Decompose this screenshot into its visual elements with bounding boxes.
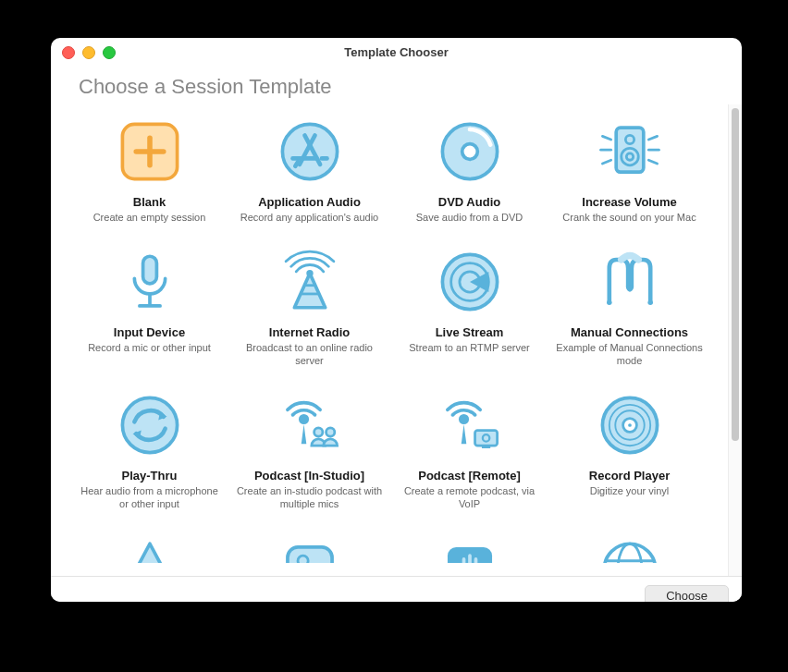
template-desc: Record a mic or other input: [88, 342, 211, 355]
templates-grid: Blank Create an empty session Applicatio…: [73, 114, 706, 576]
template-title: Application Audio: [258, 195, 361, 210]
template-increase-volume[interactable]: Increase Volume Crank the sound on your …: [553, 114, 706, 227]
system-audio-icon: [276, 535, 344, 563]
template-desc: Create an in-studio podcast with multipl…: [236, 485, 384, 511]
template-title: Input Device: [114, 325, 185, 340]
bottom-bar: Choose: [51, 576, 742, 602]
template-partial-0[interactable]: [73, 531, 226, 576]
disc-icon: [436, 117, 504, 186]
soundboard-icon: [116, 535, 184, 563]
page-title: Choose a Session Template: [51, 66, 742, 104]
template-desc: Record any application's audio: [240, 212, 378, 225]
template-title: Blank: [133, 195, 166, 210]
manual-icon: [596, 248, 664, 316]
radio-tower-icon: [276, 248, 344, 316]
template-internet-radio[interactable]: Internet Radio Broadcast to an online ra…: [233, 244, 386, 371]
titlebar: Template Chooser: [51, 38, 742, 66]
podcast-studio-icon: [276, 391, 344, 459]
template-record-player[interactable]: Record Player Digitize your vinyl: [553, 387, 706, 514]
template-desc: Example of Manual Connections mode: [556, 342, 704, 368]
template-title: Podcast [In-Studio]: [254, 469, 364, 483]
templates-scroll-area: Blank Create an empty session Applicatio…: [51, 104, 728, 576]
vinyl-icon: [596, 391, 664, 459]
close-icon[interactable]: [62, 46, 75, 59]
template-podcast-remote[interactable]: Podcast [Remote] Create a remote podcast…: [393, 387, 546, 514]
template-partial-2[interactable]: [393, 531, 546, 576]
web-icon: [596, 535, 664, 563]
template-title: Live Stream: [436, 325, 504, 340]
template-input-device[interactable]: Input Device Record a mic or other input: [73, 244, 226, 371]
playthru-icon: [116, 391, 184, 459]
choose-button[interactable]: Choose: [645, 585, 729, 602]
template-title: Internet Radio: [269, 325, 350, 340]
template-title: DVD Audio: [438, 195, 500, 210]
template-title: Play-Thru: [122, 469, 178, 483]
appstore-icon: [276, 117, 344, 186]
template-live-stream[interactable]: Live Stream Stream to an RTMP server: [393, 244, 546, 371]
template-title: Increase Volume: [582, 195, 676, 210]
microphone-icon: [116, 248, 184, 316]
template-desc: Stream to an RTMP server: [409, 342, 529, 355]
template-play-thru[interactable]: Play-Thru Hear audio from a microphone o…: [73, 387, 226, 514]
template-partial-1[interactable]: [233, 531, 386, 576]
template-partial-3[interactable]: [553, 531, 706, 576]
minimize-icon[interactable]: [82, 46, 95, 59]
window-controls: [62, 46, 116, 59]
template-desc: Crank the sound on your Mac: [562, 212, 696, 225]
template-podcast-in-studio[interactable]: Podcast [In-Studio] Create an in-studio …: [233, 387, 386, 514]
speaker-burst-icon: [596, 117, 664, 186]
template-dvd-audio[interactable]: DVD Audio Save audio from a DVD: [393, 114, 546, 227]
template-chooser-window: Template Chooser Choose a Session Templa…: [51, 38, 742, 602]
template-desc: Digitize your vinyl: [590, 485, 670, 498]
template-blank[interactable]: Blank Create an empty session: [73, 114, 226, 227]
template-application-audio[interactable]: Application Audio Record any application…: [233, 114, 386, 227]
scrollbar-thumb[interactable]: [732, 108, 739, 441]
window-title: Template Chooser: [344, 45, 448, 59]
template-title: Record Player: [589, 469, 670, 483]
zoom-icon[interactable]: [103, 46, 116, 59]
template-desc: Create a remote podcast, via VoIP: [396, 485, 544, 511]
scrollbar-track[interactable]: [728, 104, 742, 576]
podcast-remote-icon: [436, 391, 504, 459]
plus-icon: [116, 117, 184, 186]
template-desc: Save audio from a DVD: [416, 212, 523, 225]
template-title: Podcast [Remote]: [418, 469, 521, 483]
template-desc: Broadcast to an online radio server: [236, 342, 384, 368]
template-desc: Create an empty session: [93, 212, 206, 225]
template-manual-connections[interactable]: Manual Connections Example of Manual Con…: [553, 244, 706, 371]
template-desc: Hear audio from a microphone or other in…: [76, 485, 224, 511]
radar-icon: [436, 248, 504, 316]
template-title: Manual Connections: [571, 325, 688, 340]
voice-chat-icon: [436, 535, 504, 563]
